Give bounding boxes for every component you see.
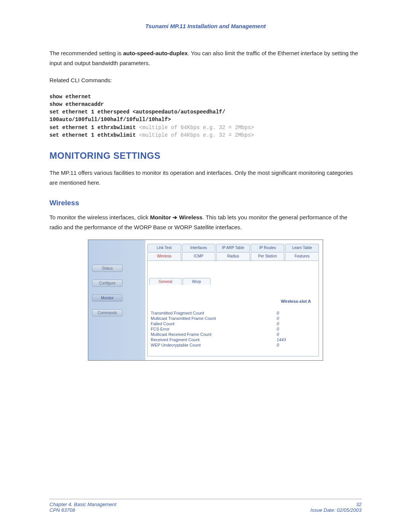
side-nav-status[interactable]: Status	[92, 265, 123, 272]
stats-label: WEP Undecryptable Count	[151, 343, 201, 347]
stats-row: Multicast Transmitted Frame Count0	[151, 316, 315, 321]
paragraph-related-cli: Related CLI Commands:	[49, 75, 362, 85]
subtab-worp[interactable]: Worp	[183, 278, 211, 285]
page-footer: Chapter 4. Basic Management CPN 63708 32…	[49, 499, 362, 513]
stats-value: 0	[277, 316, 307, 321]
side-nav-monitor[interactable]: Monitor	[92, 294, 123, 302]
arrow-icon: ➔	[171, 214, 179, 220]
bold-setting: auto-speed-auto-duplex	[123, 50, 188, 56]
tab-features[interactable]: Features	[285, 252, 319, 260]
cli-line: set ethernet 1 ethtxbwlimit	[49, 132, 136, 138]
stats-label: FCS Error	[151, 327, 170, 331]
stats-label: Multicast Received Frame Count	[151, 332, 212, 337]
menu-monitor: Monitor	[150, 214, 171, 220]
paragraph-recommended: The recommended setting is auto-speed-au…	[49, 48, 362, 68]
cli-args: <autospeedauto/autospeedhalf/	[129, 109, 225, 115]
tab-learn-table[interactable]: Learn Table	[285, 244, 319, 252]
stats-row: Multicast Received Frame Count0	[151, 332, 315, 337]
tab-per-station[interactable]: Per Station	[251, 252, 285, 260]
side-nav-configure[interactable]: Configure	[92, 280, 123, 287]
footer-issue-date: Issue Date: 02/05/2003	[311, 507, 362, 513]
paragraph-monitoring: The MP.11 offers various facilities to m…	[49, 168, 362, 187]
footer-chapter: Chapter 4. Basic Management	[49, 502, 116, 507]
cli-line: show ethermacaddr	[49, 101, 104, 107]
cli-hint: <multiple of 64Kbps e.g. 32 = 2Mbps>	[136, 125, 254, 131]
stats-row: Failed Count0	[151, 321, 315, 326]
tab-ip-arp[interactable]: IP ARP Table	[216, 244, 250, 252]
stats-label: Failed Count	[151, 321, 174, 326]
stats-row: FCS Error0	[151, 326, 315, 332]
stats-label: Transmitted Fragment Count	[151, 311, 204, 315]
cli-line: 100auto/100full/100half/10full/10half>	[49, 117, 171, 123]
doc-header: Tsunami MP.11 Installation and Managemen…	[49, 23, 362, 29]
tab-radius[interactable]: Radius	[216, 252, 250, 260]
stats-value: 0	[277, 311, 307, 315]
side-nav-commands[interactable]: Commands	[92, 309, 123, 316]
content-area: General Worp Wireless-slot A Transmitted…	[147, 260, 319, 356]
stats-table: Transmitted Fragment Count0 Multicast Tr…	[151, 310, 315, 348]
cli-hint: <multiple of 64Kbps e.g. 32 = 2Mbps>	[136, 132, 254, 138]
ui-screenshot: Status Configure Monitor Commands Link T…	[88, 240, 323, 361]
tab-ip-routes[interactable]: IP Routes	[251, 244, 285, 252]
cli-line: set ethernet 1 ethrxbwlimit	[49, 125, 136, 131]
tab-link-test[interactable]: Link Test	[147, 244, 181, 252]
text: To monitor the wireless interfaces, clic…	[49, 214, 150, 220]
tab-icmp[interactable]: ICMP	[182, 252, 216, 260]
tab-wireless[interactable]: Wireless	[147, 252, 181, 260]
text: The recommended setting is	[49, 50, 123, 56]
cli-commands-block: show ethernet show ethermacaddr set ethe…	[49, 93, 362, 139]
stats-column-header: Wireless-slot A	[281, 299, 311, 304]
stats-label: Received Fragment Count	[151, 337, 199, 342]
heading-wireless: Wireless	[49, 199, 362, 207]
stats-value: 0	[277, 327, 307, 331]
stats-row: WEP Undecryptable Count0	[151, 342, 315, 348]
stats-value: 1443	[277, 337, 307, 342]
paragraph-wireless: To monitor the wireless interfaces, clic…	[49, 212, 362, 232]
cli-line: show ethernet	[49, 94, 91, 100]
stats-row: Received Fragment Count1443	[151, 337, 315, 342]
tab-interfaces[interactable]: Interfaces	[182, 244, 216, 252]
menu-wireless: Wireless	[179, 214, 203, 220]
footer-cpn: CPN 63708	[49, 507, 116, 513]
stats-value: 0	[277, 321, 307, 326]
footer-page-number: 32	[311, 502, 362, 507]
heading-monitoring-settings: MONITORING SETTINGS	[49, 150, 362, 161]
stats-row: Transmitted Fragment Count0	[151, 310, 315, 316]
cli-line: set ethernet 1 etherspeed	[49, 109, 129, 115]
stats-value: 0	[277, 332, 307, 337]
subtab-general[interactable]: General	[149, 278, 182, 285]
stats-value: 0	[277, 343, 307, 347]
stats-label: Multicast Transmitted Frame Count	[151, 316, 216, 321]
